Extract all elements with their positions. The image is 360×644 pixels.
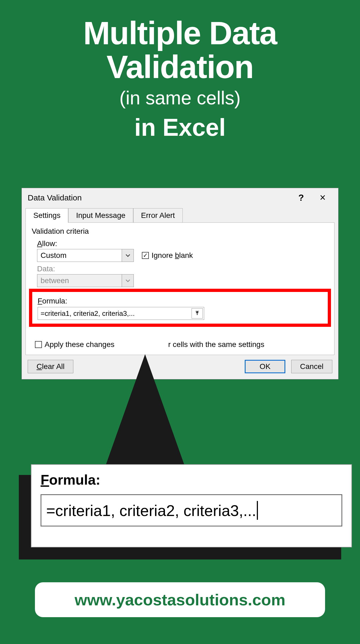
formula-label: Formula: [38,297,325,305]
data-select: between [37,274,134,287]
dialog-titlebar: Data Validation ? × [22,188,338,207]
allow-label: Allow: [37,239,328,248]
checkbox-icon [35,341,42,348]
hero-line1: Multiple Data [0,16,360,50]
data-validation-dialog: Data Validation ? × Settings Input Messa… [21,188,339,379]
section-title: Validation criteria [32,227,328,236]
hero-line4: in Excel [0,113,360,142]
checkmark-icon: ✓ [142,252,149,259]
formula-value: =criteria1, criteria2, criteria3,... [38,309,192,318]
ignore-blank-checkbox[interactable]: ✓ Ignore blank [142,251,193,260]
tab-input-message[interactable]: Input Message [68,208,133,223]
allow-value: Custom [37,251,122,260]
data-label: Data: [37,265,328,273]
close-button[interactable]: × [312,192,333,203]
formula-input[interactable]: =criteria1, criteria2, criteria3,... [38,307,204,320]
apply-label-post: r cells with the same settings [168,340,264,349]
formula-highlight: Formula: =criteria1, criteria2, criteria… [29,289,331,327]
hero-line2: Validation [0,50,360,84]
tab-body: Validation criteria Allow: Custom ✓ Igno… [26,222,334,355]
chevron-down-icon [122,275,134,287]
data-value: between [37,276,122,285]
ignore-blank-label: Ignore blank [152,251,193,260]
chevron-down-icon [122,249,134,262]
svg-rect-0 [196,311,199,312]
hero-title: Multiple Data Validation (in same cells)… [0,0,360,142]
ok-button[interactable]: OK [245,360,285,373]
hero-line3: (in same cells) [0,86,360,110]
clear-all-button[interactable]: Clear All [28,360,73,373]
dialog-title: Data Validation [28,193,290,202]
formula-zoom: Formula: =criteria1, criteria2, criteria… [31,464,352,547]
url-pill[interactable]: www.yacostasolutions.com [35,582,325,617]
url-text: www.yacostasolutions.com [75,591,286,609]
zoom-value: =criteria1, criteria2, criteria3,... [46,502,256,519]
allow-select[interactable]: Custom [37,249,134,262]
range-picker-icon[interactable] [192,308,203,319]
zoom-label: Formula: [41,472,342,488]
callout-arrow-icon [99,354,191,483]
tab-strip: Settings Input Message Error Alert [22,208,338,223]
help-button[interactable]: ? [290,192,312,203]
apply-label-pre: Apply these changes [45,340,114,349]
tab-settings[interactable]: Settings [26,208,68,223]
text-cursor-icon [257,501,258,520]
cancel-button[interactable]: Cancel [291,360,332,373]
tab-error-alert[interactable]: Error Alert [133,208,183,223]
apply-checkbox[interactable]: Apply these changes [35,340,114,349]
apply-row: Apply these changes r cells with the sam… [32,340,328,349]
zoom-input[interactable]: =criteria1, criteria2, criteria3,... [41,494,342,526]
